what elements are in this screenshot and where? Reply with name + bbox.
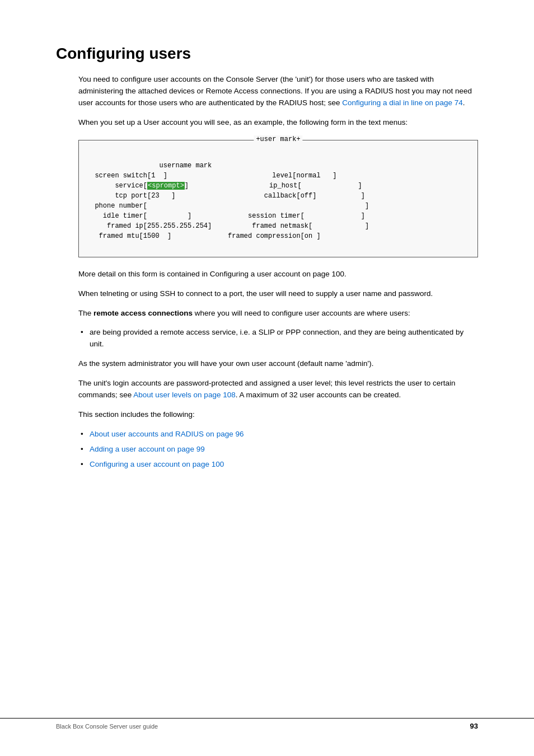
- paragraph-3: More detail on this form is contained in…: [78, 269, 478, 280]
- terminal-line4: tcp port[23 ] callback[off] ]: [87, 192, 365, 200]
- terminal-line8: framed mtu[1500 ] framed compression[on …: [87, 232, 321, 240]
- footer: Black Box Console Server user guide 93: [0, 718, 534, 734]
- list-item-1: About user accounts and RADIUS on page 9…: [78, 429, 478, 440]
- terminal-box: +user mark+ username mark screen switch[…: [78, 140, 478, 257]
- terminal-line7: framed ip[255.255.255.254] framed netmas…: [87, 222, 369, 230]
- bullet-item-1: are being provided a remote access servi…: [78, 327, 478, 350]
- content-section: You need to configure user accounts on t…: [78, 74, 478, 471]
- paragraph-4: When telneting or using SSH to connect t…: [78, 288, 478, 300]
- para5-bold: remote access connections: [93, 309, 193, 317]
- section-list: About user accounts and RADIUS on page 9…: [78, 429, 478, 471]
- terminal-line6: idle timer[ ] session timer[ ]: [87, 212, 365, 220]
- terminal-title: +user mark+: [254, 135, 302, 143]
- terminal-line2: screen switch[1 ] level[normal ]: [87, 172, 336, 180]
- footer-left: Black Box Console Server user guide: [56, 723, 158, 730]
- link-add-user[interactable]: Adding a user account on page 99: [90, 445, 205, 453]
- paragraph-1: You need to configure user accounts on t…: [78, 74, 478, 109]
- para7-after: . A maximum of 32 user accounts can be c…: [236, 391, 401, 399]
- page-title: Configuring users: [56, 45, 478, 63]
- terminal-highlight: <sprompt>: [147, 182, 185, 190]
- page: Configuring users You need to configure …: [0, 0, 534, 756]
- list-item-3: Configuring a user account on page 100: [78, 459, 478, 471]
- para5-after: where you will need to configure user ac…: [193, 309, 410, 317]
- link-configure-user[interactable]: Configuring a user account on page 100: [90, 460, 224, 468]
- paragraph-6: As the system administrator you will hav…: [78, 358, 478, 370]
- footer-right: 93: [470, 722, 478, 730]
- paragraph-8: This section includes the following:: [78, 409, 478, 421]
- paragraph-5: The remote access connections where you …: [78, 308, 478, 320]
- list-item-2: Adding a user account on page 99: [78, 444, 478, 456]
- link-user-levels[interactable]: About user levels on page 108: [133, 391, 235, 399]
- link-radius[interactable]: About user accounts and RADIUS on page 9…: [90, 430, 243, 438]
- paragraph-2: When you set up a User account you will …: [78, 117, 478, 129]
- terminal-content: username mark screen switch[1 ] level[no…: [87, 151, 470, 251]
- para5-before: The: [78, 309, 93, 317]
- terminal-line5: phone number[ ]: [87, 202, 369, 210]
- paragraph-7: The unit's login accounts are password-p…: [78, 378, 478, 401]
- terminal-line1: username mark: [119, 162, 212, 170]
- terminal-line3: service[<sprompt>] ip_host[ ]: [87, 182, 362, 190]
- link-dial-in-line[interactable]: Configuring a dial in line on page 74: [342, 98, 462, 107]
- bullet-list-1: are being provided a remote access servi…: [78, 327, 478, 350]
